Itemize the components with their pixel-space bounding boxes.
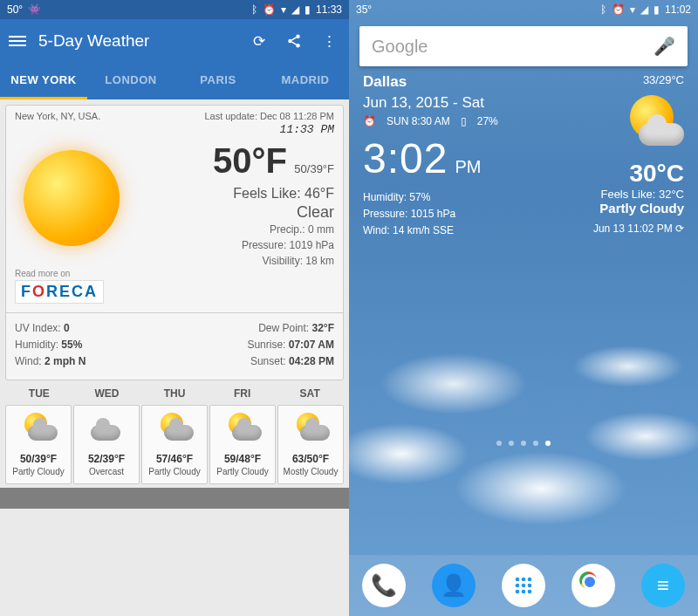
forecast-row: 50/39°F Partly Cloudy 52/39°F Overcast 5… [5, 405, 344, 484]
read-more-label: Read more on [15, 269, 70, 278]
day-label: THU [140, 387, 209, 400]
forecast-cond: Partly Cloudy [144, 467, 205, 476]
mic-icon[interactable]: 🎤 [654, 36, 675, 57]
partly-cloudy-icon [155, 414, 194, 441]
tab-london[interactable]: LONDON [87, 63, 174, 99]
page-indicator [349, 441, 698, 446]
city-tabs: NEW YORK LONDON PARIS MADRID [0, 63, 349, 99]
svg-point-0 [296, 35, 300, 39]
widget-hi-lo: 33/29°C [543, 73, 684, 86]
tab-paris[interactable]: PARIS [174, 63, 262, 99]
status-bar: 50° 👾 ᛒ ⏰ ▾ ◢ ▮ 11:33 [0, 0, 349, 19]
share-button[interactable] [283, 30, 305, 52]
refresh-button[interactable]: ⟳ [248, 30, 270, 52]
battery-icon: ▮ [305, 3, 311, 16]
sun-icon [24, 150, 120, 246]
tab-madrid[interactable]: MADRID [262, 63, 349, 99]
page-dot[interactable] [533, 441, 538, 446]
widget-temp: 30°C [543, 160, 684, 188]
signal-icon: ◢ [291, 3, 299, 16]
current-weather-card: New York, NY, USA. Last update: Dec 08 1… [5, 105, 344, 380]
menu-icon[interactable] [9, 33, 26, 49]
phone-app-icon[interactable]: 📞 [362, 564, 406, 607]
alarm-icon: ⏰ [363, 115, 376, 127]
forecast-temp: 63/50°F [280, 453, 341, 465]
chrome-app-icon[interactable] [571, 564, 615, 607]
forecast-cond: Partly Cloudy [212, 467, 273, 476]
widget-sunrise: SUN 8:30 AM [387, 115, 450, 127]
search-placeholder: Google [372, 37, 428, 57]
widget-wind: Wind: 14 km/h SSE [363, 222, 543, 239]
contacts-app-icon[interactable]: 👤 [432, 564, 476, 607]
foreca-logo[interactable]: FORECA [15, 280, 104, 304]
widget-condition: Partly Cloudy [543, 201, 684, 216]
overcast-icon [87, 414, 126, 441]
android-debug-icon: 👾 [28, 3, 41, 16]
visibility: Visibility: 18 km [161, 253, 334, 269]
tab-new-york[interactable]: NEW YORK [0, 63, 87, 99]
forecast-temp: 50/39°F [8, 453, 69, 465]
precip: Precip.: 0 mm [161, 222, 334, 237]
bottom-bar [0, 488, 349, 509]
svg-point-2 [296, 44, 300, 48]
page-dot[interactable] [509, 441, 514, 446]
forecast-cond: Mostly Cloudy [280, 467, 341, 476]
widget-city: Dallas [363, 73, 543, 91]
wifi-icon: ▾ [281, 3, 286, 16]
svg-point-8 [528, 584, 532, 588]
widget-updated: Jun 13 11:02 PM [593, 222, 673, 235]
day-label: TUE [5, 387, 73, 400]
forecast-temp: 59/48°F [212, 453, 273, 465]
refresh-icon[interactable]: ⟳ [675, 222, 684, 235]
widget-ampm: PM [455, 157, 481, 177]
forecast-day[interactable]: 57/46°F Partly Cloudy [141, 405, 208, 484]
app-bar: 5-Day Weather ⟳ ⋮ [0, 19, 349, 63]
status-temp: 50° [7, 3, 23, 16]
forecast-day[interactable]: 63/50°F Mostly Cloudy [277, 405, 344, 484]
forecast-day[interactable]: 59/48°F Partly Cloudy [209, 405, 276, 484]
digital-clock: 11:33 PM [15, 123, 334, 136]
svg-point-4 [522, 578, 526, 582]
last-update-label: Last update: Dec 08 11:28 PM [204, 111, 334, 121]
forecast-temp: 52/39°F [76, 453, 137, 465]
home-screen: 35° ᛒ ⏰ ▾ ◢ ▮ 11:02 Google 🎤 Dallas Jun … [349, 0, 698, 616]
weather-app-screen: 50° 👾 ᛒ ⏰ ▾ ◢ ▮ 11:33 5-Day Weather ⟳ ⋮ … [0, 0, 349, 616]
svg-point-5 [528, 578, 532, 582]
current-temp: 50°F [213, 141, 287, 180]
widget-clock: 3:02 [363, 134, 448, 182]
messenger-app-icon[interactable]: ≡ [641, 564, 685, 607]
app-title: 5-Day Weather [38, 31, 149, 51]
metrics-left: UV Index: 0 Humidity: 55% Wind: 2 mph N [15, 320, 86, 371]
pressure: Pressure: 1019 hPa [161, 237, 334, 253]
widget-battery: 27% [477, 115, 498, 127]
forecast-day[interactable]: 50/39°F Partly Cloudy [5, 405, 72, 484]
metrics-row: UV Index: 0 Humidity: 55% Wind: 2 mph N … [15, 320, 334, 371]
battery-icon: ▯ [461, 115, 467, 127]
location-label: New York, NY, USA. [15, 111, 100, 121]
svg-point-6 [516, 584, 520, 588]
app-dock: 📞 👤 ≡ [349, 555, 698, 616]
forecast-cond: Partly Cloudy [8, 467, 69, 476]
svg-point-1 [288, 39, 292, 44]
svg-point-11 [528, 590, 532, 594]
bluetooth-icon: ᛒ [251, 3, 257, 16]
widget-date: Jun 13, 2015 - Sat [363, 94, 543, 112]
overflow-menu-button[interactable]: ⋮ [318, 30, 340, 52]
weather-clock-widget[interactable]: Dallas Jun 13, 2015 - Sat ⏰ SUN 8:30 AM … [363, 73, 684, 240]
partly-cloudy-icon [623, 93, 684, 154]
partly-cloudy-icon [223, 414, 262, 441]
widget-pressure: Pressure: 1015 hPa [363, 206, 543, 222]
app-drawer-icon[interactable] [502, 564, 545, 607]
page-dot[interactable] [521, 441, 526, 446]
page-dot[interactable] [545, 441, 551, 446]
svg-point-7 [522, 584, 526, 588]
google-search-bar[interactable]: Google 🎤 [359, 26, 688, 66]
alarm-icon: ⏰ [263, 3, 276, 16]
forecast-day[interactable]: 52/39°F Overcast [73, 405, 140, 484]
day-label: SAT [276, 387, 344, 400]
page-dot[interactable] [496, 441, 502, 446]
forecast-cond: Overcast [76, 467, 137, 476]
day-label: FRI [209, 387, 277, 400]
status-time: 11:33 [316, 3, 342, 16]
widget-humidity: Humidity: 57% [363, 189, 543, 206]
